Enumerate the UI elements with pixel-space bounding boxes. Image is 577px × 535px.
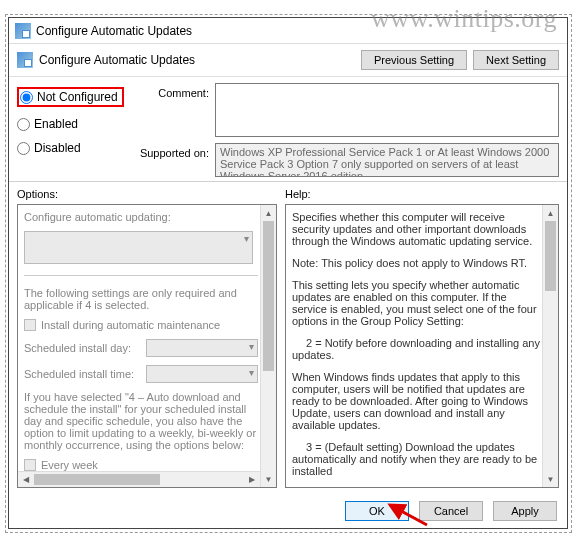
options-note-2: If you have selected "4 – Auto download … bbox=[24, 391, 258, 451]
every-week-checkbox[interactable] bbox=[24, 459, 36, 471]
comment-textarea[interactable] bbox=[215, 83, 559, 137]
cancel-button[interactable]: Cancel bbox=[419, 501, 483, 521]
policy-title: Configure Automatic Updates bbox=[39, 53, 361, 67]
help-p2: Note: This policy does not apply to Wind… bbox=[292, 257, 540, 269]
dialog-footer: OK Cancel Apply bbox=[9, 494, 567, 528]
options-label: Options: bbox=[17, 188, 277, 200]
next-setting-button[interactable]: Next Setting bbox=[473, 50, 559, 70]
scroll-down-icon[interactable]: ▼ bbox=[543, 471, 558, 487]
options-vscrollbar[interactable]: ▲ ▼ bbox=[260, 205, 276, 487]
help-p1: Specifies whether this computer will rec… bbox=[292, 211, 540, 247]
options-note-1: The following settings are only required… bbox=[24, 287, 258, 311]
sched-day-select[interactable] bbox=[146, 339, 258, 357]
radio-enabled-label: Enabled bbox=[34, 117, 78, 131]
ok-button[interactable]: OK bbox=[345, 501, 409, 521]
sched-day-label: Scheduled install day: bbox=[24, 342, 140, 354]
help-vscrollbar[interactable]: ▲ ▼ bbox=[542, 205, 558, 487]
state-radio-group: Not Configured Enabled Disabled bbox=[17, 83, 137, 177]
scroll-up-icon[interactable]: ▲ bbox=[261, 205, 276, 221]
scroll-up-icon[interactable]: ▲ bbox=[543, 205, 558, 221]
configure-updating-select[interactable] bbox=[24, 231, 253, 264]
highlight-not-configured: Not Configured bbox=[17, 87, 124, 107]
radio-disabled[interactable]: Disabled bbox=[17, 141, 137, 155]
radio-not-configured-input[interactable] bbox=[20, 91, 33, 104]
help-p6: 3 = (Default setting) Download the updat… bbox=[292, 441, 540, 477]
radio-enabled-input[interactable] bbox=[17, 118, 30, 131]
scroll-down-icon[interactable]: ▼ bbox=[261, 471, 276, 487]
gpedit-icon bbox=[15, 23, 31, 39]
supported-text: Windows XP Professional Service Pack 1 o… bbox=[215, 143, 559, 177]
options-pane: Configure automatic updating: The follow… bbox=[17, 204, 277, 488]
options-content: Configure automatic updating: The follow… bbox=[24, 211, 258, 471]
help-label: Help: bbox=[285, 188, 559, 200]
previous-setting-button[interactable]: Previous Setting bbox=[361, 50, 467, 70]
scroll-left-icon[interactable]: ◀ bbox=[18, 472, 34, 487]
scroll-right-icon[interactable]: ▶ bbox=[244, 472, 260, 487]
help-content: Specifies whether this computer will rec… bbox=[292, 211, 540, 487]
config-area: Not Configured Enabled Disabled Comment:… bbox=[9, 77, 567, 182]
window-title: Configure Automatic Updates bbox=[36, 24, 192, 38]
radio-not-configured-label: Not Configured bbox=[37, 90, 118, 104]
help-p5: When Windows finds updates that apply to… bbox=[292, 371, 540, 431]
header-row: Configure Automatic Updates Previous Set… bbox=[9, 44, 567, 77]
sched-time-label: Scheduled install time: bbox=[24, 368, 140, 380]
apply-button[interactable]: Apply bbox=[493, 501, 557, 521]
help-p4: 2 = Notify before downloading and instal… bbox=[292, 337, 540, 361]
dialog-window: Configure Automatic Updates Configure Au… bbox=[8, 17, 568, 529]
titlebar[interactable]: Configure Automatic Updates bbox=[9, 18, 567, 44]
help-pane: Specifies whether this computer will rec… bbox=[285, 204, 559, 488]
radio-disabled-label: Disabled bbox=[34, 141, 81, 155]
options-hscrollbar[interactable]: ◀ ▶ bbox=[18, 471, 260, 487]
help-p3: This setting lets you specify whether au… bbox=[292, 279, 540, 327]
install-maintenance-checkbox[interactable] bbox=[24, 319, 36, 331]
sched-time-select[interactable] bbox=[146, 365, 258, 383]
radio-enabled[interactable]: Enabled bbox=[17, 117, 137, 131]
every-week-label: Every week bbox=[41, 459, 98, 471]
policy-icon bbox=[17, 52, 33, 68]
configure-updating-label: Configure automatic updating: bbox=[24, 211, 171, 223]
radio-not-configured[interactable]: Not Configured bbox=[20, 90, 118, 104]
install-maintenance-label: Install during automatic maintenance bbox=[41, 319, 220, 331]
supported-label: Supported on: bbox=[137, 143, 215, 177]
radio-disabled-input[interactable] bbox=[17, 142, 30, 155]
comment-label: Comment: bbox=[137, 83, 215, 137]
